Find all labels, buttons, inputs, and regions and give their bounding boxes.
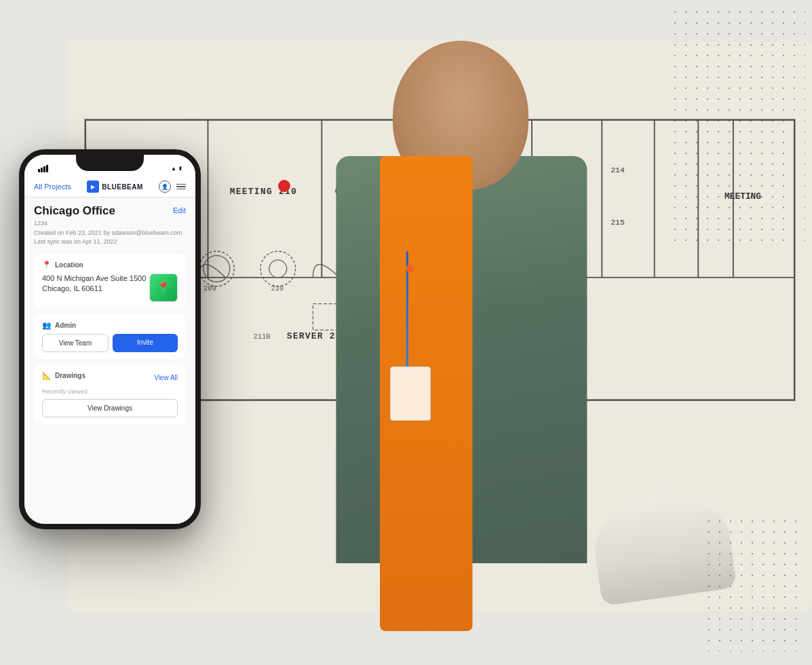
recently-viewed-label: Recently Viewed: [42, 388, 178, 395]
logo-text: BLUEBEAM: [102, 183, 143, 191]
main-scene: MEETING 209 MEETING 210 CONFERENCE 211 2…: [0, 0, 812, 665]
project-title: Chicago Office: [34, 204, 115, 218]
map-thumbnail[interactable]: [149, 273, 178, 302]
blueprint-marker: [278, 180, 290, 192]
all-projects-link[interactable]: All Projects: [34, 183, 71, 191]
battery-icon: ▮: [179, 166, 182, 171]
phone-notch: [76, 155, 144, 171]
phone-navbar: All Projects BLUEBEAM 👤: [24, 176, 195, 197]
signal-bars: [38, 165, 48, 172]
admin-section: 👥 Admin View Team Invite: [34, 314, 186, 359]
project-created: Created on Feb 23, 2021 by sdawson@blueb…: [34, 229, 186, 238]
id-badge: [390, 366, 431, 421]
phone-mockup: ▲ ▮ All Projects BLUEBEAM 👤: [19, 149, 201, 529]
location-label: 📍 Location: [42, 261, 178, 269]
project-id: 1234: [34, 219, 186, 229]
view-drawings-button[interactable]: View Drawings: [42, 399, 178, 417]
phone-screen: ▲ ▮ All Projects BLUEBEAM 👤: [24, 155, 195, 524]
admin-label: 👥 Admin: [42, 321, 178, 330]
nav-action-icons: 👤: [159, 180, 186, 193]
bluebeam-logo: BLUEBEAM: [87, 180, 143, 193]
signal-bar-3: [43, 166, 45, 172]
location-row: 400 N Michigan Ave Suite 1500 Chicago, I…: [42, 273, 178, 302]
signal-bar-2: [41, 168, 43, 172]
person-icon-glyph: 👤: [161, 184, 168, 190]
location-address: 400 N Michigan Ave Suite 1500 Chicago, I…: [42, 273, 146, 294]
dot-pattern-top: [670, 7, 805, 244]
status-icons: ▲ ▮: [171, 166, 182, 172]
drawings-label: 📐 Drawings: [42, 371, 85, 380]
dot-pattern-bottom: [703, 516, 805, 651]
drawings-header: 📐 Drawings View All: [42, 371, 178, 384]
logo-icon: [87, 180, 99, 193]
view-all-link[interactable]: View All: [154, 374, 178, 381]
lanyard-clip: [406, 265, 414, 273]
view-team-button[interactable]: View Team: [42, 334, 109, 352]
drawings-icon: 📐: [42, 371, 52, 380]
project-meta: 1234 Created on Feb 23, 2021 by sdawson@…: [34, 219, 186, 247]
signal-bar-4: [46, 165, 48, 172]
address-line2: Chicago, IL 60611: [42, 284, 146, 294]
location-section: 📍 Location 400 N Michigan Ave Suite 1500…: [34, 254, 186, 309]
wifi-icon: ▲: [171, 166, 176, 172]
admin-buttons: View Team Invite: [42, 334, 178, 352]
phone-frame: ▲ ▮ All Projects BLUEBEAM 👤: [19, 149, 201, 529]
signal-bar-1: [38, 169, 40, 172]
profile-icon[interactable]: 👤: [159, 180, 171, 193]
phone-content: Chicago Office Edit 1234 Created on Feb …: [24, 197, 195, 436]
drawings-section: 📐 Drawings View All Recently Viewed View…: [34, 364, 186, 424]
admin-icon: 👥: [42, 321, 52, 330]
address-line1: 400 N Michigan Ave Suite 1500: [42, 273, 146, 284]
menu-icon[interactable]: [176, 184, 186, 190]
location-icon: 📍: [42, 261, 52, 269]
project-header: Chicago Office Edit: [34, 204, 186, 218]
invite-button[interactable]: Invite: [113, 334, 178, 352]
project-edit-link[interactable]: Edit: [173, 206, 186, 214]
project-sync: Last sync was on Apr 11, 2022: [34, 238, 186, 247]
